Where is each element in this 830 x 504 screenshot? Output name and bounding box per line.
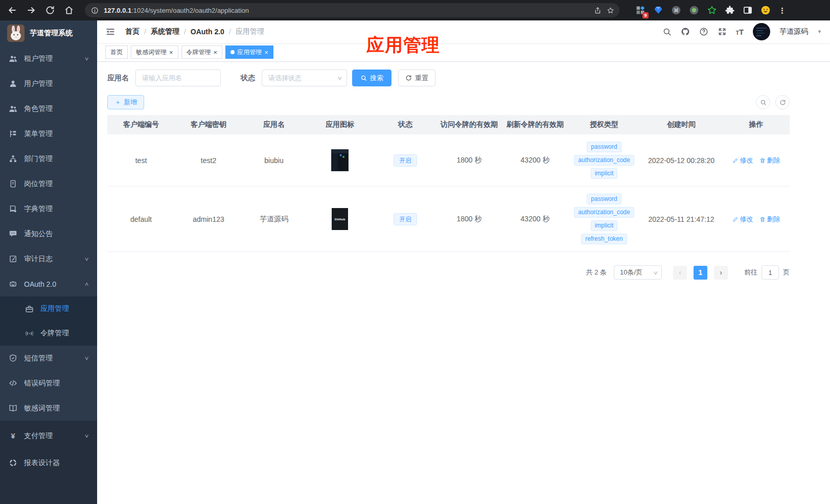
tags-view-bar: 首页 × 敏感词管理 × 令牌管理 × 应用管理 × bbox=[97, 43, 830, 62]
sidebar-item-oauth-token[interactable]: 令牌管理 bbox=[0, 321, 97, 346]
add-button[interactable]: ＋ 新增 bbox=[107, 95, 144, 109]
puzzle-extensions-icon[interactable] bbox=[725, 5, 735, 15]
user-avatar[interactable] bbox=[753, 23, 770, 40]
sidebar-item-audit[interactable]: 审计日志 ∨ bbox=[0, 246, 97, 271]
gem-extension-icon[interactable] bbox=[653, 5, 663, 15]
page-size-select[interactable]: 10条/页 ∨ bbox=[614, 265, 662, 280]
sidebar-item-errcode[interactable]: 错误码管理 bbox=[0, 371, 97, 396]
star-extension-icon[interactable] bbox=[707, 5, 717, 15]
goto-page-input[interactable] bbox=[762, 265, 779, 280]
tab-首页[interactable]: 首页 × bbox=[105, 45, 128, 59]
browser-home-icon[interactable] bbox=[64, 5, 74, 15]
font-size-icon[interactable]: TT bbox=[736, 28, 744, 36]
tab-敏感词管理[interactable]: 敏感词管理 × bbox=[131, 45, 178, 59]
table-body: testtest2biubiu开启1800 秒43200 秒passwordau… bbox=[107, 134, 790, 252]
edit-link[interactable]: 修改 bbox=[732, 215, 753, 224]
cell-created-at: 2022-05-12 00:28:20 bbox=[640, 134, 723, 187]
app-name-input[interactable] bbox=[135, 70, 221, 86]
tab-令牌管理[interactable]: 令牌管理 × bbox=[181, 45, 223, 59]
delete-link[interactable]: 删除 bbox=[759, 215, 780, 224]
side-panel-icon[interactable] bbox=[743, 5, 753, 15]
cell-status: 开启 bbox=[374, 187, 436, 252]
browser-reload-icon[interactable] bbox=[45, 5, 55, 15]
column-header: 客户端编号 bbox=[107, 115, 175, 134]
browser-menu-icon[interactable]: ⋮ bbox=[778, 7, 786, 14]
next-page-button[interactable]: › bbox=[714, 266, 728, 280]
status-badge[interactable]: 开启 bbox=[394, 154, 417, 167]
prev-page-button[interactable]: ‹ bbox=[673, 266, 687, 280]
refresh-icon bbox=[405, 75, 412, 81]
breadcrumb-item[interactable]: OAuth 2.0 bbox=[191, 28, 224, 36]
sidebar-menu-bottom: ¥ 支付管理 ∨ 报表设计器 bbox=[0, 421, 97, 504]
chevron-up-icon: ∧ bbox=[84, 281, 89, 287]
profile-avatar-icon[interactable] bbox=[760, 5, 771, 15]
page-buttons: ‹ 1 › bbox=[673, 266, 728, 280]
cell-actions: 修改删除 bbox=[723, 134, 790, 187]
sidebar-item-oauth-app[interactable]: 应用管理 bbox=[0, 296, 97, 321]
tab-close-icon[interactable]: × bbox=[214, 49, 218, 56]
logo: 芋道管理系统 bbox=[0, 20, 97, 46]
refresh-table-button[interactable] bbox=[775, 95, 790, 109]
command-extension-icon[interactable]: ⌘ bbox=[671, 5, 681, 15]
tag-manager-extension-icon[interactable]: 9 bbox=[635, 5, 645, 15]
share-icon[interactable] bbox=[594, 7, 602, 14]
breadcrumb-item[interactable]: 系统管理 bbox=[151, 27, 179, 36]
cell-refresh-token-ttl: 43200 秒 bbox=[502, 134, 568, 187]
address-bar[interactable]: 127.0.0.1:1024/system/oauth2/oauth2/appl… bbox=[85, 3, 619, 17]
sidebar-item-dept[interactable]: 部门管理 bbox=[0, 146, 97, 171]
search-icon[interactable] bbox=[662, 27, 672, 36]
help-icon[interactable] bbox=[699, 27, 708, 36]
sidebar-item-report[interactable]: 报表设计器 bbox=[0, 449, 97, 476]
app-icon-thumbnail: GitHub bbox=[332, 208, 348, 230]
edit-link[interactable]: 修改 bbox=[732, 156, 753, 165]
breadcrumb-separator: / bbox=[184, 28, 186, 36]
sidebar-item-dict[interactable]: 字典管理 bbox=[0, 196, 97, 221]
page-number-button[interactable]: 1 bbox=[694, 266, 707, 280]
reset-button[interactable]: 重置 bbox=[398, 70, 435, 86]
search-button[interactable]: 搜索 bbox=[352, 70, 391, 86]
breadcrumb-item[interactable]: 首页 bbox=[125, 27, 140, 36]
status-select[interactable]: 请选择状态 ∨ bbox=[262, 70, 347, 86]
badge-icon bbox=[9, 179, 17, 188]
tab-close-icon[interactable]: × bbox=[264, 49, 268, 56]
chevron-down-icon: ∨ bbox=[84, 56, 89, 61]
cell-grant-types: passwordauthorization_codeimplicitrefres… bbox=[568, 187, 640, 252]
browser-back-icon[interactable] bbox=[7, 5, 17, 15]
sidebar-item-sms[interactable]: 短信管理 ∨ bbox=[0, 346, 97, 371]
sidebar-item-notice[interactable]: 通知公告 bbox=[0, 221, 97, 246]
grant-type-tag: password bbox=[587, 142, 621, 152]
chevron-down-icon[interactable]: ▼ bbox=[817, 29, 822, 34]
bookmark-star-icon[interactable] bbox=[607, 7, 614, 14]
collapse-sidebar-icon[interactable] bbox=[105, 27, 116, 37]
cell-client-id: test bbox=[107, 134, 175, 187]
github-icon[interactable] bbox=[681, 27, 690, 36]
sidebar-item-post[interactable]: 岗位管理 bbox=[0, 171, 97, 196]
sidebar-item-sensitive[interactable]: 敏感词管理 bbox=[0, 396, 97, 421]
cell-refresh-token-ttl: 43200 秒 bbox=[502, 187, 568, 252]
show-search-button[interactable] bbox=[756, 95, 770, 109]
sidebar-item-menu[interactable]: 菜单管理 bbox=[0, 121, 97, 146]
main-area: 首页/系统管理/OAuth 2.0/应用管理 TT 芋道源码 ▼ 首页 × 敏感… bbox=[97, 20, 830, 504]
browser-forward-icon[interactable] bbox=[26, 5, 36, 15]
sidebar-menu: 租户管理 ∨ 用户管理 角色管理 菜单管理 部门管理 岗位管理 字典管理 通知公… bbox=[0, 46, 97, 421]
sidebar-item-pay[interactable]: ¥ 支付管理 ∨ bbox=[0, 422, 97, 449]
signal-icon bbox=[25, 329, 34, 338]
sidebar-item-user[interactable]: 用户管理 bbox=[0, 71, 97, 96]
cell-app-name: biubiu bbox=[242, 134, 306, 187]
sidebar-item-oauth[interactable]: OAuth 2.0 ∧ bbox=[0, 271, 97, 296]
status-badge[interactable]: 开启 bbox=[394, 213, 417, 225]
site-info-icon[interactable] bbox=[91, 7, 99, 14]
breadcrumb: 首页/系统管理/OAuth 2.0/应用管理 bbox=[125, 27, 264, 36]
username[interactable]: 芋道源码 bbox=[779, 27, 808, 36]
filter-form: 应用名 状态 请选择状态 ∨ 搜索 重置 bbox=[107, 70, 790, 86]
chevron-down-icon: ∨ bbox=[84, 256, 89, 262]
record-extension-icon[interactable] bbox=[689, 5, 699, 15]
sidebar-item-role[interactable]: 角色管理 bbox=[0, 96, 97, 121]
tab-应用管理[interactable]: 应用管理 × bbox=[225, 45, 273, 59]
navbar-actions: TT 芋道源码 ▼ bbox=[662, 23, 822, 40]
fullscreen-icon[interactable] bbox=[718, 27, 727, 36]
delete-link[interactable]: 删除 bbox=[759, 156, 780, 165]
tab-close-icon[interactable]: × bbox=[169, 49, 173, 56]
column-header: 操作 bbox=[723, 115, 790, 134]
sidebar-item-tenant[interactable]: 租户管理 ∨ bbox=[0, 46, 97, 71]
